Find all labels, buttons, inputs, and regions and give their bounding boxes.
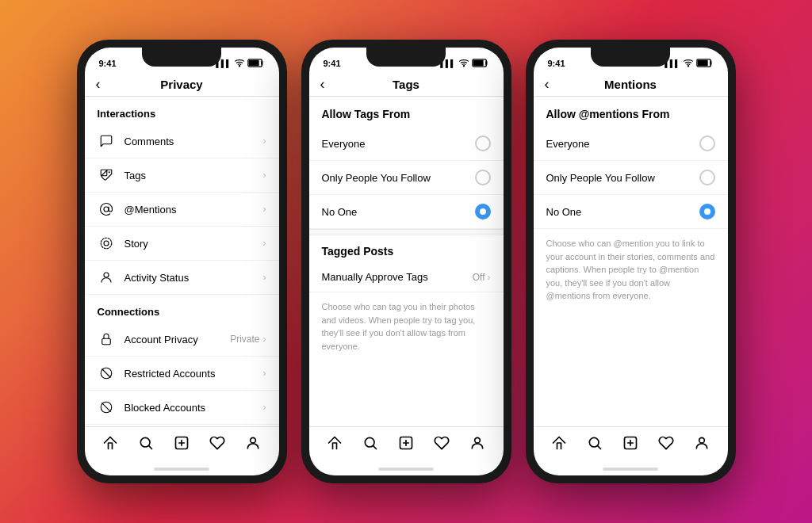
- add-nav[interactable]: [616, 433, 645, 456]
- phone-2: 9:41 ▌▌▌ ‹ Tags Allow Tags From: [301, 40, 511, 483]
- svg-point-7: [104, 241, 109, 246]
- search-nav[interactable]: [356, 433, 385, 456]
- nav-bar-2: ‹ Tags: [309, 73, 504, 97]
- allow-mentions-title: Allow @mentions From: [534, 97, 728, 127]
- noone-radio[interactable]: [475, 204, 491, 220]
- everyone-label-3: Everyone: [546, 138, 590, 150]
- chevron-icon: ›: [263, 402, 266, 413]
- tags-right: ›: [263, 170, 266, 181]
- story-right: ›: [263, 238, 266, 249]
- likes-nav[interactable]: [652, 433, 680, 456]
- battery-icon: [247, 59, 265, 69]
- tagged-posts-title: Tagged Posts: [309, 235, 504, 262]
- tag-icon: [98, 166, 115, 184]
- time-3: 9:41: [548, 59, 565, 68]
- back-button-1[interactable]: ‹: [96, 76, 101, 93]
- story-label: Story: [124, 238, 263, 250]
- menu-item-activity[interactable]: Activity Status ›: [85, 261, 279, 295]
- svg-point-23: [251, 437, 256, 443]
- nav-bar-3: ‹ Mentions: [534, 73, 728, 97]
- manually-approve-label: Manually Approve Tags: [322, 271, 428, 283]
- svg-point-24: [463, 66, 464, 67]
- status-icons-3: ▌▌▌: [665, 58, 713, 69]
- radio-follow-3[interactable]: Only People You Follow: [534, 161, 728, 195]
- home-nav[interactable]: [320, 433, 349, 456]
- everyone-radio-3[interactable]: [699, 136, 715, 151]
- back-button-3[interactable]: ‹: [545, 76, 550, 93]
- section-header-interactions: Interactions: [85, 97, 279, 124]
- follow-label-3: Only People You Follow: [546, 172, 655, 184]
- search-nav[interactable]: [132, 433, 160, 456]
- radio-noone-3[interactable]: No One: [534, 195, 728, 229]
- search-nav[interactable]: [580, 433, 609, 456]
- chevron-icon: ›: [263, 204, 266, 215]
- likes-nav[interactable]: [203, 433, 232, 456]
- manually-approve-row[interactable]: Manually Approve Tags Off ›: [309, 262, 504, 292]
- section-header-connections: Connections: [85, 295, 279, 323]
- restricted-label: Restricted Accounts: [124, 368, 263, 380]
- chevron-icon: ›: [263, 334, 266, 345]
- home-nav[interactable]: [545, 433, 573, 456]
- add-nav[interactable]: [167, 433, 196, 456]
- everyone-radio[interactable]: [475, 136, 491, 151]
- account-privacy-value: Private: [230, 334, 259, 345]
- menu-item-blocked[interactable]: Blocked Accounts ›: [85, 391, 279, 425]
- time-2: 9:41: [324, 59, 341, 68]
- menu-item-account-privacy[interactable]: Account Privacy Private ›: [85, 323, 279, 357]
- add-nav[interactable]: [392, 433, 420, 456]
- svg-point-43: [699, 437, 705, 443]
- svg-point-6: [104, 207, 109, 212]
- account-privacy-right: Private ›: [230, 334, 266, 345]
- profile-nav[interactable]: [463, 433, 492, 456]
- restrict-icon: [98, 365, 115, 382]
- chevron-icon: ›: [263, 170, 266, 181]
- menu-item-story[interactable]: Story ›: [85, 227, 279, 261]
- home-nav[interactable]: [96, 433, 124, 456]
- status-icons-2: ▌▌▌: [440, 58, 488, 69]
- back-button-2[interactable]: ‹: [320, 76, 325, 93]
- bottom-nav-2: [309, 426, 504, 464]
- wifi-icon: [235, 58, 244, 69]
- comment-icon: [98, 132, 115, 150]
- chevron-icon: ›: [263, 272, 266, 283]
- allow-tags-title: Allow Tags From: [309, 97, 504, 127]
- comments-right: ›: [263, 136, 266, 147]
- activity-right: ›: [263, 272, 266, 283]
- activity-icon: [98, 269, 115, 286]
- noone-radio-3[interactable]: [699, 204, 715, 220]
- chevron-icon: ›: [488, 272, 491, 283]
- notch: [366, 48, 446, 67]
- screen-content-2: Allow Tags From Everyone Only People You…: [309, 97, 504, 426]
- radio-everyone-3[interactable]: Everyone: [534, 127, 728, 161]
- comments-label: Comments: [124, 136, 263, 147]
- likes-nav[interactable]: [427, 433, 456, 456]
- noone-label: No One: [322, 206, 358, 218]
- battery-icon: [472, 59, 489, 69]
- follow-radio[interactable]: [475, 170, 491, 185]
- profile-nav[interactable]: [688, 433, 716, 456]
- screen-content-1: Interactions Comments › Tags ›: [85, 97, 279, 426]
- noone-label-3: No One: [546, 206, 582, 218]
- menu-item-mentions[interactable]: @Mentions ›: [85, 193, 279, 227]
- svg-line-12: [102, 369, 110, 378]
- svg-line-39: [598, 446, 601, 449]
- radio-everyone[interactable]: Everyone: [309, 127, 504, 161]
- radio-noone[interactable]: No One: [309, 195, 504, 229]
- battery-icon: [696, 59, 714, 69]
- follow-radio-3[interactable]: [699, 170, 715, 185]
- menu-item-restricted[interactable]: Restricted Accounts ›: [85, 357, 279, 391]
- svg-point-18: [140, 437, 150, 447]
- profile-nav[interactable]: [239, 433, 267, 456]
- svg-point-0: [239, 66, 239, 67]
- lock-icon: [98, 330, 115, 348]
- nav-bar-1: ‹ Privacy: [85, 73, 279, 97]
- radio-follow[interactable]: Only People You Follow: [309, 161, 504, 195]
- bottom-nav-3: [534, 426, 728, 464]
- menu-item-comments[interactable]: Comments ›: [85, 124, 279, 158]
- menu-item-tags[interactable]: Tags ›: [85, 158, 279, 193]
- svg-rect-3: [248, 59, 259, 65]
- account-privacy-label: Account Privacy: [124, 334, 231, 345]
- follow-label: Only People You Follow: [322, 172, 431, 184]
- menu-item-close-friends[interactable]: Close Friends ›: [85, 425, 279, 426]
- svg-point-34: [688, 66, 688, 67]
